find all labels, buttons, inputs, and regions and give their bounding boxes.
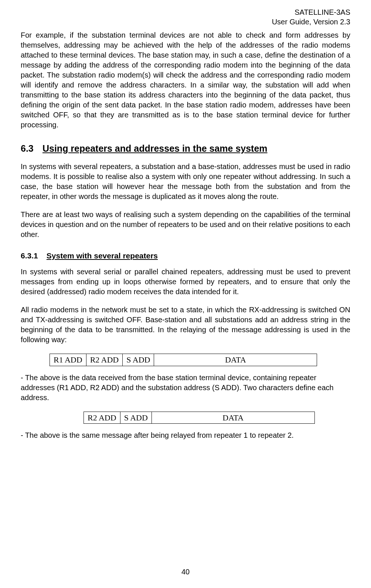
body-paragraph: - The above is the data received from th… — [21, 373, 350, 403]
packet-cell-data: DATA — [152, 412, 314, 424]
header-line-2: User Guide, Version 2.3 — [21, 17, 350, 27]
packet-structure-table-1: R1 ADD R2 ADD S ADD DATA — [50, 354, 317, 366]
subsection-heading-6-3-1: 6.3.1 System with several repeaters — [21, 251, 350, 261]
section-heading-6-3: 6.3 Using repeaters and addresses in the… — [21, 142, 350, 155]
page-number: 40 — [0, 567, 371, 577]
section-title: Using repeaters and addresses in the sam… — [42, 143, 268, 154]
page: SATELLINE-3AS User Guide, Version 2.3 Fo… — [0, 0, 371, 588]
body-paragraph: For example, if the substation terminal … — [21, 30, 350, 130]
table-row: R1 ADD R2 ADD S ADD DATA — [50, 354, 317, 366]
body-paragraph: - The above is the same message after be… — [21, 430, 350, 440]
section-number: 6.3 — [21, 142, 40, 155]
header-line-1: SATELLINE-3AS — [21, 7, 350, 17]
body-paragraph: In systems with several serial or parall… — [21, 267, 350, 297]
packet-cell: R2 ADD — [86, 354, 123, 366]
packet-cell: S ADD — [123, 354, 154, 366]
packet-cell-data: DATA — [154, 354, 317, 366]
table-row: R2 ADD S ADD DATA — [84, 412, 315, 424]
page-header: SATELLINE-3AS User Guide, Version 2.3 — [21, 7, 350, 27]
packet-cell: R2 ADD — [84, 412, 120, 424]
packet-structure-table-2: R2 ADD S ADD DATA — [84, 412, 315, 424]
body-paragraph: In systems with several repeaters, a sub… — [21, 162, 350, 202]
body-paragraph: There are at least two ways of realising… — [21, 210, 350, 240]
body-paragraph: All radio modems in the network must be … — [21, 305, 350, 345]
subsection-number: 6.3.1 — [21, 251, 44, 261]
packet-cell: S ADD — [120, 412, 152, 424]
subsection-title: System with several repeaters — [47, 251, 158, 260]
packet-cell: R1 ADD — [50, 354, 86, 366]
